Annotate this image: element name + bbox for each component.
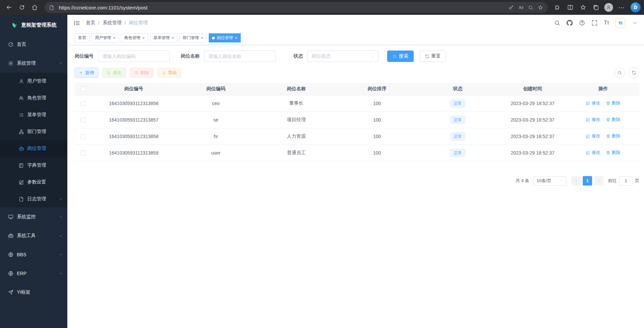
row-checkbox[interactable] [81, 134, 86, 139]
next-page-button[interactable] [594, 176, 604, 186]
github-icon[interactable] [567, 20, 573, 26]
row-edit-button[interactable]: 修改 [586, 117, 600, 123]
table-row: 1641030593112313856 ceo 董事长 100 正常 2023-… [75, 95, 639, 111]
tab-label: 岗位管理 [217, 35, 233, 41]
row-delete-button[interactable]: 删除 [606, 100, 620, 106]
sidebar: 意框架管理系统 首页 系统管理 用户管理 [0, 15, 67, 328]
header-search-icon[interactable] [554, 20, 560, 26]
browser-profile-avatar[interactable] [603, 2, 614, 13]
tab-post-mgmt[interactable]: 岗位管理 × [209, 33, 241, 42]
close-icon[interactable]: × [142, 36, 145, 40]
sidebar-item-post-mgmt[interactable]: 岗位管理 [0, 140, 67, 157]
sidebar-item-system-monitor[interactable]: 系统监控 [0, 207, 67, 226]
post-code-input[interactable] [98, 51, 170, 62]
user-icon [19, 79, 24, 84]
add-button[interactable]: 新增 [75, 68, 98, 78]
extensions-icon[interactable] [552, 2, 563, 13]
tab-menu-mgmt[interactable]: 菜单管理 × [150, 33, 177, 42]
tab-role-mgmt[interactable]: 角色管理 × [121, 33, 148, 42]
sidebar-item-dept-mgmt[interactable]: 部门管理 [0, 123, 67, 140]
bing-sidebar-icon[interactable]: b [631, 2, 641, 12]
collections-icon[interactable] [590, 2, 602, 13]
sidebar-item-user-mgmt[interactable]: 用户管理 [0, 73, 67, 90]
tab-dept-mgmt[interactable]: 部门管理 × [179, 33, 207, 42]
breadcrumb-system[interactable]: 系统管理 [103, 20, 122, 26]
back-icon[interactable] [3, 2, 15, 13]
post-table: 岗位编号 岗位编码 岗位名称 岗位排序 状态 创建时间 操作 16410305 [75, 83, 639, 161]
sidebar-item-erp[interactable]: ERP [0, 264, 67, 283]
page-size-select[interactable]: 10条/页 [533, 176, 566, 186]
close-icon[interactable]: × [201, 36, 203, 40]
status-select[interactable]: 岗位状态 [307, 51, 378, 62]
sidebar-item-menu-mgmt[interactable]: 菜单管理 [0, 106, 67, 123]
delete-button[interactable]: 删除 [130, 68, 154, 78]
post-code-label: 岗位编号 [75, 53, 94, 59]
row-edit-button[interactable]: 修改 [586, 100, 600, 106]
home-icon[interactable] [29, 2, 40, 13]
export-button[interactable]: 导出 [158, 68, 181, 78]
cell-created: 2023-03-29 18:52:37 [498, 128, 567, 144]
browser-menu-icon[interactable]: ⋯ [616, 2, 627, 13]
help-icon[interactable] [579, 20, 585, 26]
sidebar-item-label: 系统管理 [17, 60, 36, 66]
row-checkbox[interactable] [81, 101, 86, 106]
table-header-row: 岗位编号 岗位编码 岗位名称 岗位排序 状态 创建时间 操作 [75, 83, 639, 95]
sidebar-toggle-icon[interactable] [73, 20, 80, 27]
row-edit-button[interactable]: 修改 [586, 133, 600, 139]
chevron-down-icon [59, 253, 63, 257]
screen: https://ccnetcore.com:1101/system/post ⋯… [0, 0, 644, 328]
font-size-icon[interactable]: Tт [604, 20, 609, 26]
read-aloud-icon[interactable] [518, 5, 523, 10]
sidebar-item-home[interactable]: 首页 [0, 35, 67, 54]
url-text[interactable]: https://ccnetcore.com:1101/system/post [59, 5, 504, 10]
row-edit-button[interactable]: 修改 [586, 150, 600, 156]
close-icon[interactable]: × [172, 36, 174, 40]
refresh-table-button[interactable] [629, 67, 639, 78]
page-info-icon[interactable] [49, 5, 54, 10]
split-screen-icon[interactable] [565, 2, 576, 13]
goto-page: 前往 页 [608, 176, 639, 186]
favorites-icon[interactable] [577, 2, 589, 13]
goto-page-input[interactable] [619, 176, 633, 186]
row-delete-button[interactable]: 删除 [606, 133, 620, 139]
close-icon[interactable]: × [235, 36, 237, 40]
row-checkbox[interactable] [81, 151, 86, 156]
column-post-code: 岗位编码 [176, 83, 256, 95]
fullscreen-icon[interactable] [591, 20, 598, 26]
password-key-icon[interactable] [509, 5, 514, 10]
user-avatar[interactable]: Yi [615, 18, 625, 28]
close-icon[interactable]: × [113, 36, 115, 40]
reset-button[interactable]: 重置 [419, 51, 446, 62]
sidebar-item-role-mgmt[interactable]: 角色管理 [0, 90, 67, 106]
tab-user-mgmt[interactable]: 用户管理 × [92, 33, 119, 42]
table-row: 1641030593112313857 se 项目经理 100 正常 2023-… [75, 111, 639, 128]
sidebar-item-system-tools[interactable]: 系统工具 [0, 226, 67, 245]
search-button[interactable]: 搜索 [387, 51, 414, 62]
refresh-icon[interactable] [16, 2, 28, 13]
sidebar-item-param-settings[interactable]: 参数设置 [0, 174, 67, 191]
breadcrumb-home[interactable]: 首页 [86, 20, 95, 26]
address-bar[interactable]: https://ccnetcore.com:1101/system/post [44, 2, 548, 13]
cell-post-sort: 100 [337, 111, 417, 128]
prev-page-button[interactable] [571, 176, 581, 186]
sidebar-item-yi-framework[interactable]: Yi框架 [0, 283, 67, 302]
sidebar-item-bbs[interactable]: BBS [0, 245, 67, 264]
user-menu-caret-icon[interactable] [632, 20, 638, 26]
zoom-icon[interactable] [528, 5, 533, 10]
tab-home[interactable]: 首页 [75, 33, 90, 42]
row-delete-button[interactable]: 删除 [606, 117, 620, 123]
sidebar-item-system-mgmt[interactable]: 系统管理 [0, 54, 67, 73]
toggle-search-button[interactable] [614, 67, 625, 78]
current-page[interactable]: 1 [583, 176, 592, 186]
monitor-icon [8, 214, 13, 220]
sidebar-item-log-mgmt[interactable]: 日志管理 [0, 191, 67, 207]
add-favorite-star-icon[interactable] [538, 5, 543, 10]
post-name-input[interactable] [204, 51, 276, 62]
select-all-checkbox[interactable] [81, 87, 86, 92]
cell-post-sort: 100 [337, 128, 417, 144]
sidebar-item-dict-mgmt[interactable]: 字典管理 [0, 157, 67, 174]
sidebar-item-label: BBS [17, 252, 26, 257]
row-delete-button[interactable]: 删除 [606, 150, 620, 156]
row-checkbox[interactable] [81, 118, 86, 123]
edit-button[interactable]: 修改 [102, 68, 126, 78]
